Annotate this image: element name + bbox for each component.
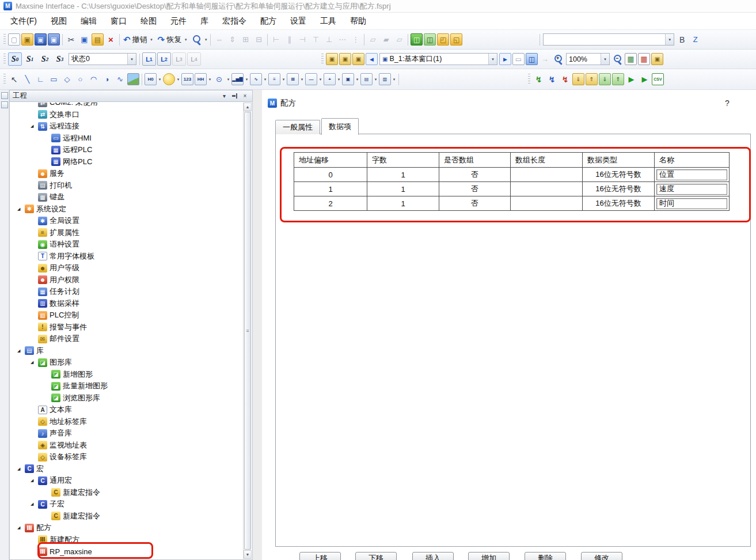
- chevron-down-icon[interactable]: ▾: [392, 77, 397, 82]
- expander-icon[interactable]: ◢: [17, 207, 25, 211]
- line-tool-icon[interactable]: ╲: [21, 73, 33, 85]
- expander-icon[interactable]: ◢: [31, 124, 38, 128]
- tree-item-plc-control[interactable]: ▧PLC控制: [10, 309, 243, 321]
- tree-item-network-plc[interactable]: ▦网络PLC: [10, 156, 243, 168]
- table-cell[interactable]: 0: [294, 168, 367, 182]
- chevron-down-icon[interactable]: ▾: [176, 77, 181, 82]
- chevron-down-icon[interactable]: ▾: [318, 77, 323, 82]
- export-graphic-icon[interactable]: ⇑: [586, 73, 598, 85]
- align-top-icon[interactable]: ⊤: [310, 33, 322, 46]
- redo-button[interactable]: ↷恢复▾: [156, 33, 191, 46]
- panel-menu-chevron-icon[interactable]: ▾: [220, 93, 229, 99]
- window-split-icon[interactable]: ◫: [526, 53, 538, 65]
- alarm-bar-icon[interactable]: ▥: [379, 73, 391, 85]
- chevron-down-icon[interactable]: ▾: [488, 54, 497, 65]
- tree-item-remote-link[interactable]: ◢⇅远程连接: [10, 120, 243, 133]
- tree-item-extended-props[interactable]: ≡扩展属性: [10, 227, 243, 239]
- zoom-out-icon[interactable]: −: [611, 53, 624, 65]
- align-right-icon[interactable]: ⊣: [297, 33, 309, 46]
- tree-item-sub-macro[interactable]: ◢C子宏: [10, 498, 243, 510]
- bold-icon[interactable]: B: [676, 33, 688, 46]
- undo-button[interactable]: ↶撤销▾: [121, 33, 156, 46]
- tree-item-system-settings[interactable]: ◢✱系统设定: [10, 203, 243, 215]
- bring-front-icon[interactable]: ▱: [367, 33, 379, 46]
- chevron-down-icon[interactable]: ▾: [244, 77, 249, 82]
- panel-splitter[interactable]: [253, 90, 262, 560]
- tree-item-remote-plc[interactable]: ▦远程PLC: [10, 144, 243, 156]
- arc-tool-icon[interactable]: ◠: [88, 73, 100, 85]
- numeric-display-icon[interactable]: H0: [145, 73, 157, 85]
- tree-item-macro[interactable]: ◢C宏: [10, 463, 243, 475]
- tree-item-alarm-events[interactable]: !报警与事件: [10, 321, 243, 334]
- table-cell[interactable]: 16位无符号数: [583, 182, 655, 196]
- expander-icon[interactable]: ◢: [17, 525, 25, 530]
- font-combo[interactable]: ▾: [543, 33, 674, 46]
- numeric-input-icon[interactable]: 123: [181, 73, 193, 85]
- dock-tab-icon[interactable]: [1, 101, 8, 108]
- dock-tab-icon[interactable]: [1, 92, 8, 99]
- menu-help[interactable]: 帮助: [343, 14, 373, 29]
- same-size-icon[interactable]: ⊞: [240, 33, 252, 46]
- chevron-down-icon[interactable]: ▾: [263, 77, 268, 82]
- table-cell[interactable]: 2: [294, 196, 367, 211]
- tree-item-font-template[interactable]: T常用字体模板: [10, 251, 243, 263]
- snap-anchor-icon[interactable]: ▣: [651, 53, 663, 65]
- curve-tool-icon[interactable]: ∿: [114, 73, 126, 85]
- expander-icon[interactable]: ◢: [31, 360, 38, 365]
- scroll-up-icon[interactable]: ▲: [244, 103, 252, 111]
- chevron-down-icon[interactable]: ▾: [149, 37, 154, 42]
- menu-component[interactable]: 元件: [164, 14, 193, 29]
- tree-item-text-lib[interactable]: A文本库: [10, 404, 243, 416]
- expander-icon[interactable]: ◢: [17, 349, 25, 353]
- tree-item-data-sampling[interactable]: ▥数据采样: [10, 298, 243, 310]
- move-up-button[interactable]: 上移: [299, 552, 341, 560]
- compile-icon[interactable]: ▶: [625, 73, 637, 85]
- chevron-down-icon[interactable]: ▾: [207, 77, 212, 82]
- clock-icon[interactable]: ⊙: [213, 73, 225, 85]
- save-icon[interactable]: ▣: [35, 33, 47, 46]
- scale-icon[interactable]: ≡: [268, 73, 280, 85]
- state-s2-button[interactable]: S2: [38, 52, 52, 66]
- tree-item-service[interactable]: ☻服务: [10, 168, 243, 180]
- copy-icon[interactable]: ▣: [78, 33, 90, 46]
- tree-item-rp-maxsine[interactable]: ⅢRP_maxsine: [10, 546, 243, 558]
- tree-item-new-graphic[interactable]: ◪新增图形: [10, 369, 243, 381]
- same-height-icon[interactable]: ⇕: [226, 33, 238, 46]
- table-cell[interactable]: [511, 168, 583, 182]
- ellipse-tool-icon[interactable]: ○: [74, 73, 86, 85]
- window-jump-icon[interactable]: →: [539, 53, 551, 65]
- table-cell[interactable]: 否: [439, 182, 511, 196]
- function-block-icon[interactable]: ▣: [342, 73, 354, 85]
- italic-icon[interactable]: Z: [689, 33, 701, 46]
- table-cell[interactable]: 时间: [655, 196, 730, 211]
- lock-icon[interactable]: ◰: [437, 33, 449, 46]
- panel-pin-icon[interactable]: [230, 93, 239, 100]
- next-window-icon[interactable]: ▶: [499, 53, 511, 65]
- expander-icon[interactable]: ◢: [17, 467, 25, 471]
- menu-library[interactable]: 库: [193, 14, 215, 29]
- name-cell-box[interactable]: 时间: [656, 198, 727, 209]
- menu-settings[interactable]: 设置: [283, 14, 313, 29]
- menu-view[interactable]: 视图: [44, 14, 74, 29]
- tree-item-general-macro[interactable]: ◢C通用宏: [10, 475, 243, 487]
- chevron-down-icon[interactable]: ▾: [336, 77, 341, 82]
- tree-item-new-recipe[interactable]: Ⅲ新建配方: [10, 534, 243, 546]
- layer-order-icon[interactable]: ▱: [393, 33, 405, 46]
- layer-l2-button[interactable]: L2: [157, 52, 171, 66]
- table-cell[interactable]: 16位无符号数: [583, 196, 655, 211]
- polygon-tool-icon[interactable]: ◇: [61, 73, 73, 85]
- move-down-button[interactable]: 下移: [355, 552, 397, 560]
- table-row[interactable]: 11否16位无符号数速度: [294, 182, 730, 196]
- help-button[interactable]: ?: [723, 99, 732, 108]
- tree-item-new-macro-1[interactable]: C新建宏指令: [10, 487, 243, 499]
- tree-item-recipe[interactable]: ◢Ⅲ配方: [10, 522, 243, 534]
- group-icon[interactable]: ◫: [411, 33, 423, 46]
- select-tool-icon[interactable]: ↖: [8, 73, 20, 85]
- chevron-down-icon[interactable]: ▾: [355, 77, 360, 82]
- rect-tool-icon[interactable]: ▭: [48, 73, 60, 85]
- macro-delete-icon[interactable]: ↯: [559, 73, 571, 85]
- same-width-icon[interactable]: ⇔: [213, 33, 225, 46]
- chevron-down-icon[interactable]: ▾: [281, 77, 286, 82]
- csv-export-icon[interactable]: CSV: [652, 73, 664, 85]
- pie-tool-icon[interactable]: ◑: [101, 73, 113, 85]
